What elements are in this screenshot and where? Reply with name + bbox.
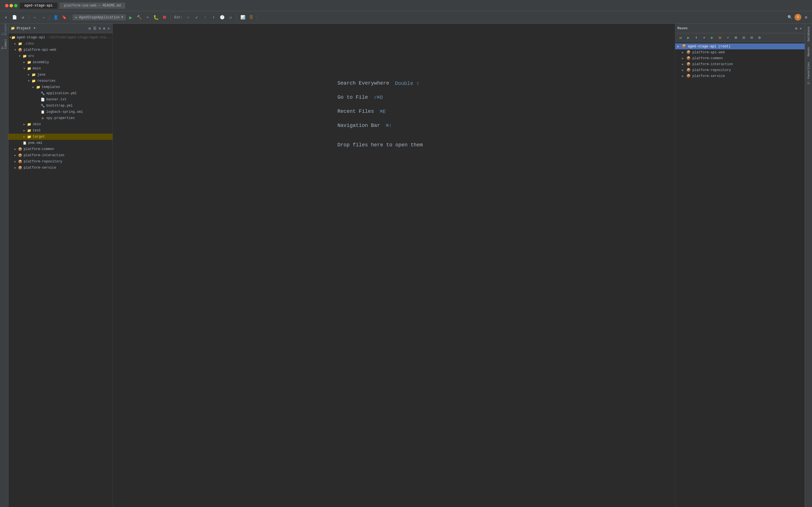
pc-label: platform-common	[24, 147, 54, 151]
resources-folder[interactable]: ▼ 📁 resources	[8, 78, 113, 84]
pc-arrow: ▶	[13, 148, 17, 151]
ps-label: platform-service	[24, 166, 56, 170]
maven-execute-btn[interactable]: ▶	[708, 34, 716, 42]
maximize-button[interactable]	[14, 4, 17, 7]
spy-properties[interactable]: ▶ ⚙ spy.properties	[8, 115, 113, 121]
src-arrow: ▼	[17, 55, 22, 58]
bookmark-btn[interactable]: 🔖	[60, 14, 68, 21]
maven-settings-icon[interactable]: ⚙	[795, 26, 798, 31]
git-rollback-btn[interactable]: ↺	[227, 14, 234, 21]
java-folder[interactable]: ▶ 📁 java	[8, 72, 113, 78]
settings-btn[interactable]: ⚙	[802, 14, 810, 21]
maven-common-item[interactable]: ▶ 📦 platform-common	[675, 55, 805, 61]
close-button[interactable]	[5, 4, 8, 7]
right-title-tab[interactable]: platform-vue-web — README.md	[59, 3, 125, 9]
coverage-btn[interactable]: ☂	[144, 14, 151, 21]
maven-run-btn[interactable]: ▶	[685, 34, 692, 42]
platform-repository-module[interactable]: ▶ 📦 platform-repository	[8, 159, 113, 165]
pom-xml[interactable]: ▶ 📋 pom.xml	[8, 140, 113, 146]
new-file-btn[interactable]: 📄	[11, 14, 18, 21]
maven-sidebar-tab[interactable]: Maven	[806, 44, 811, 59]
coverage-report-btn[interactable]: 📊	[239, 14, 246, 21]
maven-common-arrow: ▶	[682, 57, 687, 60]
maven-add-btn[interactable]: +	[701, 34, 708, 42]
maven-interaction-item[interactable]: ▶ 📦 platform-interaction	[675, 61, 805, 67]
user-btn[interactable]: U	[795, 14, 801, 20]
main-folder[interactable]: ▼ 📁 main	[8, 65, 113, 72]
run-config-selector[interactable]: ▶ AgedStageApplication ▼	[72, 14, 126, 20]
maven-collapse-btn[interactable]: ⊟	[740, 34, 747, 42]
maven-service-arrow: ▶	[682, 74, 687, 78]
maven-close-icon[interactable]: ✕	[799, 26, 802, 31]
go-to-file-item: Go to File ⇧⌘O	[337, 94, 450, 100]
banner-txt[interactable]: ▶ 📄 banner.txt	[8, 97, 113, 103]
app-yml-icon: 🔧	[40, 91, 45, 96]
database-tab[interactable]: Database	[806, 24, 811, 44]
platform-common-module[interactable]: ▶ 📦 platform-common	[8, 146, 113, 152]
git-checkmark-btn[interactable]: ✓	[184, 14, 192, 21]
refresh-btn[interactable]: ↺	[19, 14, 26, 21]
maven-expand-btn[interactable]: ⊞	[732, 34, 740, 42]
maven-settings2-btn[interactable]: ⚙	[756, 34, 763, 42]
maven-m-btn[interactable]: m	[716, 34, 724, 42]
sync-icon[interactable]: ⚙	[88, 26, 92, 31]
maven-root-arrow: ▶	[678, 45, 682, 48]
close-panel-icon[interactable]: ✕	[107, 26, 110, 31]
project-icon[interactable]: 1: Project	[1, 26, 8, 33]
paw-label: platform-api-web	[24, 48, 56, 52]
idea-folder[interactable]: ▶ 📁 .idea	[8, 41, 113, 47]
run-button[interactable]: ▶	[127, 14, 134, 21]
debug-button[interactable]: 🐛	[152, 14, 160, 21]
settings-gear-icon[interactable]: ⚙	[102, 26, 106, 31]
git-update-btn[interactable]: ⬆	[210, 14, 217, 21]
minimize-button[interactable]	[10, 4, 13, 7]
maven-service-icon: 📦	[687, 74, 691, 78]
maven-collapse-all-btn[interactable]: ⊟	[748, 34, 755, 42]
application-yml[interactable]: ▶ 🔧 application.yml	[8, 90, 113, 97]
java-arrow: ▶	[26, 73, 31, 76]
vcs-btn[interactable]: 👤	[52, 14, 59, 21]
file-tree: ▼ 📁 aged-stage-api ~/GitCode/aged-stage/…	[8, 33, 113, 507]
search-everywhere-shortcut: Double ⇧	[395, 80, 419, 86]
project-panel-arrow[interactable]: ▼	[34, 27, 35, 30]
git-history-btn[interactable]: 🕐	[218, 14, 226, 21]
left-title-tab[interactable]: aged-stage-api	[20, 3, 57, 9]
maven-root-item[interactable]: ▶ 📦 aged-stage-api (root)	[675, 44, 805, 49]
git-check-btn[interactable]: ✔	[193, 14, 200, 21]
pr-icon: 📦	[17, 159, 22, 164]
build-btn[interactable]: 🔨	[136, 14, 143, 21]
maven-skip-btn[interactable]: ⚡	[724, 34, 732, 42]
close-toolbar-btn[interactable]: ✕	[2, 14, 10, 21]
sbin-folder[interactable]: ▶ 📁 sbin	[8, 121, 113, 127]
maven-api-web-item[interactable]: ▶ 📦 platform-api-web	[675, 49, 805, 55]
maven-download-btn[interactable]: ⬇	[693, 34, 700, 42]
platform-interaction-module[interactable]: ▶ 📦 platform-interaction	[8, 152, 113, 159]
platform-api-web-module[interactable]: ▼ 📦 platform-api-web	[8, 47, 113, 53]
database-btn[interactable]: 🗄	[248, 14, 255, 21]
editor-area[interactable]: Search Everywhere Double ⇧ Go to File ⇧⌘…	[113, 24, 675, 507]
favorites-tab[interactable]: 2: Favorites	[806, 59, 811, 87]
main-toolbar: ✕ 📄 ↺ ← → 👤 🔖 ▶ AgedStageApplication ▼ ▶…	[0, 11, 812, 24]
maven-service-item[interactable]: ▶ 📦 platform-service	[675, 73, 805, 79]
search-everywhere-btn[interactable]: 🔍	[786, 14, 793, 21]
test-folder[interactable]: ▶ 📁 test	[8, 127, 113, 134]
maven-interaction-icon: 📦	[687, 62, 691, 66]
stop-button[interactable]: ⏹	[161, 14, 168, 21]
toolbar-sep-4	[170, 15, 171, 20]
forward-btn[interactable]: →	[40, 14, 47, 21]
templates-folder[interactable]: ▶ 📁 templates	[8, 84, 113, 90]
filter-icon[interactable]: ⚗	[98, 26, 102, 31]
logback-xml[interactable]: ▶ 📋 logback-spring.xml	[8, 109, 113, 115]
bootstrap-yml[interactable]: ▶ 🔧 bootstrap.yml	[8, 103, 113, 109]
commit-icon[interactable]: 0: Commit	[1, 41, 8, 47]
platform-service-module[interactable]: ▶ 📦 platform-service	[8, 165, 113, 171]
maven-repository-item[interactable]: ▶ 📦 platform-repository	[675, 67, 805, 73]
assembly-folder[interactable]: ▶ 📁 assembly	[8, 59, 113, 65]
src-folder[interactable]: ▼ 📁 src	[8, 53, 113, 59]
git-push-btn[interactable]: ↑	[202, 14, 209, 21]
collapse-icon[interactable]: ☰	[93, 26, 97, 31]
target-folder[interactable]: ▶ 📁 target	[8, 134, 113, 140]
tree-root[interactable]: ▼ 📁 aged-stage-api ~/GitCode/aged-stage/…	[8, 35, 113, 41]
maven-reload-btn[interactable]: ↺	[677, 34, 684, 42]
back-btn[interactable]: ←	[31, 14, 39, 21]
